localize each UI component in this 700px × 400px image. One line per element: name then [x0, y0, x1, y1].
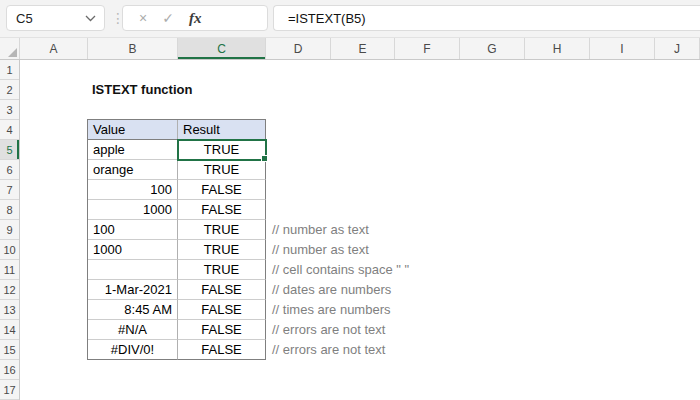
- cell-B10[interactable]: 1000: [88, 240, 178, 260]
- table-header-value[interactable]: Value: [88, 120, 178, 140]
- table-header-result[interactable]: Result: [178, 120, 266, 140]
- row-header-12[interactable]: 12: [0, 280, 19, 300]
- chevron-down-icon[interactable]: [85, 15, 96, 22]
- row-header-8[interactable]: 8: [0, 200, 19, 220]
- comment-row-9: // number as text: [272, 220, 369, 240]
- column-header-D[interactable]: D: [266, 38, 331, 59]
- sheet-body: 1234567891011121314151617 ISTEXT functio…: [0, 60, 700, 400]
- column-header-F[interactable]: F: [395, 38, 460, 59]
- cell-C5[interactable]: TRUE: [178, 140, 266, 160]
- cell-B14[interactable]: #N/A: [88, 320, 178, 340]
- cell-C10[interactable]: TRUE: [178, 240, 266, 260]
- cell-C6[interactable]: TRUE: [178, 160, 266, 180]
- row-header-17[interactable]: 17: [0, 380, 19, 400]
- comment-row-11: // cell contains space " ": [272, 260, 409, 280]
- cell-B11[interactable]: [88, 260, 178, 280]
- row-header-column: 1234567891011121314151617: [0, 60, 20, 400]
- comment-row-12: // dates are numbers: [272, 280, 391, 300]
- cell-B15[interactable]: #DIV/0!: [88, 340, 178, 360]
- row-header-3[interactable]: 3: [0, 100, 19, 120]
- select-all-button[interactable]: [0, 38, 20, 59]
- cell-C8[interactable]: FALSE: [178, 200, 266, 220]
- column-header-row: ABCDEFGHIJ: [0, 38, 700, 60]
- worksheet-title: ISTEXT function: [92, 80, 192, 100]
- column-header-E[interactable]: E: [331, 38, 395, 59]
- cancel-icon[interactable]: ×: [139, 10, 147, 26]
- cell-C15[interactable]: FALSE: [178, 340, 266, 360]
- data-table: ValueResultappleTRUEorangeTRUE100FALSE10…: [87, 119, 266, 360]
- select-all-triangle-icon: [8, 48, 17, 57]
- row-header-15[interactable]: 15: [0, 340, 19, 360]
- name-box-value: C5: [7, 11, 85, 26]
- column-header-B[interactable]: B: [88, 38, 178, 59]
- cell-B7[interactable]: 100: [88, 180, 178, 200]
- cell-C11[interactable]: TRUE: [178, 260, 266, 280]
- comment-row-15: // errors are not text: [272, 340, 385, 360]
- column-header-J[interactable]: J: [655, 38, 700, 59]
- row-header-6[interactable]: 6: [0, 160, 19, 180]
- row-header-13[interactable]: 13: [0, 300, 19, 320]
- formula-input[interactable]: =ISTEXT(B5): [273, 5, 700, 31]
- formula-buttons-group: × ✓ fx: [122, 5, 268, 31]
- row-header-5[interactable]: 5: [0, 140, 19, 160]
- row-header-14[interactable]: 14: [0, 320, 19, 340]
- enter-icon[interactable]: ✓: [162, 10, 174, 26]
- row-header-11[interactable]: 11: [0, 260, 19, 280]
- comment-row-13: // times are numbers: [272, 300, 391, 320]
- formula-bar-area: C5 ⋮ × ✓ fx =ISTEXT(B5): [0, 0, 700, 38]
- row-header-10[interactable]: 10: [0, 240, 19, 260]
- cell-C7[interactable]: FALSE: [178, 180, 266, 200]
- name-box[interactable]: C5: [6, 5, 105, 31]
- excel-window: C5 ⋮ × ✓ fx =ISTEXT(B5) ABCDEFGHIJ 12345…: [0, 0, 700, 400]
- comment-row-14: // errors are not text: [272, 320, 385, 340]
- cell-B8[interactable]: 1000: [88, 200, 178, 220]
- cell-B13[interactable]: 8:45 AM: [88, 300, 178, 320]
- column-header-G[interactable]: G: [460, 38, 525, 59]
- cell-B6[interactable]: orange: [88, 160, 178, 180]
- column-headers: ABCDEFGHIJ: [20, 38, 700, 59]
- column-header-I[interactable]: I: [590, 38, 655, 59]
- row-header-9[interactable]: 9: [0, 220, 19, 240]
- row-header-7[interactable]: 7: [0, 180, 19, 200]
- cell-C12[interactable]: FALSE: [178, 280, 266, 300]
- cell-C9[interactable]: TRUE: [178, 220, 266, 240]
- insert-function-icon[interactable]: fx: [189, 10, 202, 27]
- sheet-canvas[interactable]: ISTEXT function ValueResultappleTRUEoran…: [20, 60, 700, 400]
- row-header-1[interactable]: 1: [0, 60, 19, 80]
- row-header-4[interactable]: 4: [0, 120, 19, 140]
- comment-row-10: // number as text: [272, 240, 369, 260]
- cell-C13[interactable]: FALSE: [178, 300, 266, 320]
- column-header-H[interactable]: H: [525, 38, 590, 59]
- row-header-2[interactable]: 2: [0, 80, 19, 100]
- column-header-C[interactable]: C: [178, 38, 266, 59]
- row-header-16[interactable]: 16: [0, 360, 19, 380]
- column-header-A[interactable]: A: [20, 38, 88, 59]
- cell-B5[interactable]: apple: [88, 140, 178, 160]
- cell-C14[interactable]: FALSE: [178, 320, 266, 340]
- formula-text: =ISTEXT(B5): [288, 11, 366, 26]
- cell-B12[interactable]: 1-Mar-2021: [88, 280, 178, 300]
- cell-B9[interactable]: 100: [88, 220, 178, 240]
